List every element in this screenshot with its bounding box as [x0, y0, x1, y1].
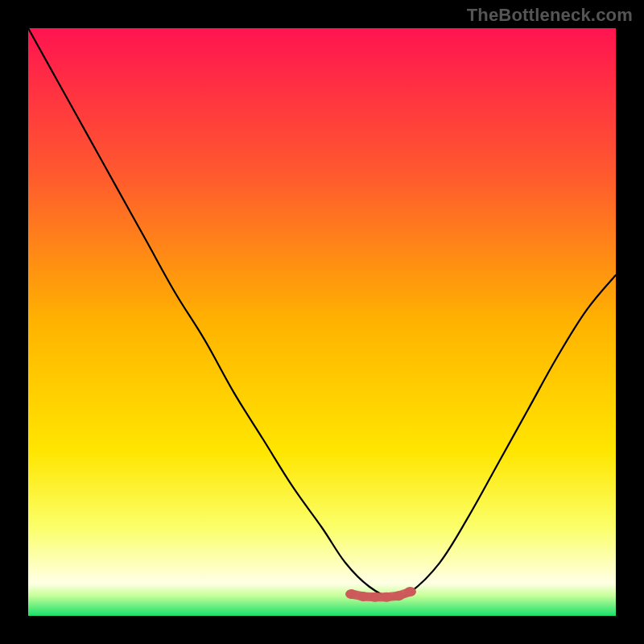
svg-point-4: [392, 591, 404, 601]
svg-point-2: [369, 592, 381, 602]
bottleneck-chart: [28, 28, 616, 616]
watermark: TheBottleneck.com: [467, 5, 633, 26]
svg-point-1: [357, 592, 369, 601]
svg-point-0: [345, 589, 357, 599]
svg-point-5: [404, 587, 416, 597]
svg-point-3: [381, 592, 393, 602]
chart-frame: { "watermark": "TheBottleneck.com", "col…: [0, 0, 644, 644]
